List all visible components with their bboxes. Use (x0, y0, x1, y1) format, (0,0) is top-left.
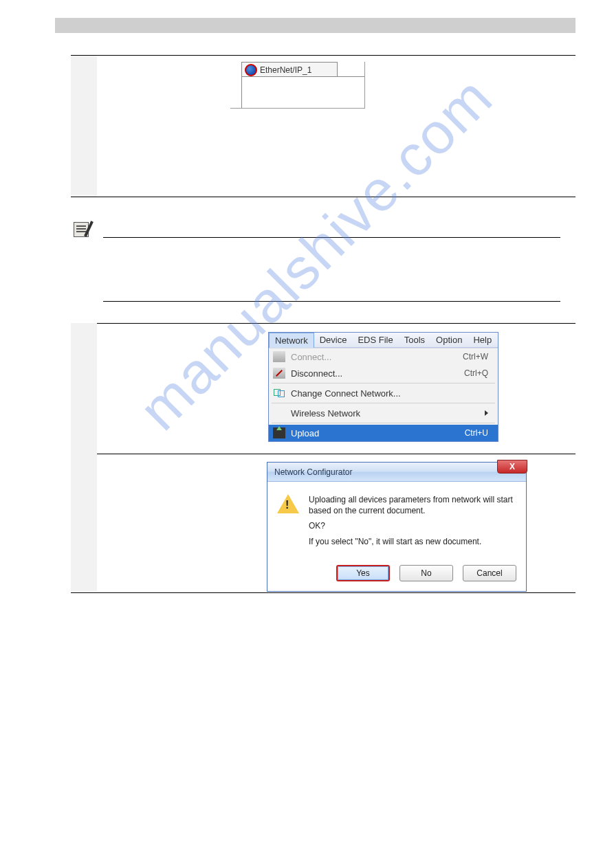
step-number-cell (71, 454, 97, 591)
page-header-bar (55, 18, 575, 33)
tab-ethernet-ip[interactable]: EtherNet/IP_1 (241, 62, 338, 77)
menu-item-wireless[interactable]: Wireless Network (269, 405, 498, 421)
upload-icon (273, 427, 285, 438)
tab-label: EtherNet/IP_1 (260, 65, 311, 75)
change-network-icon (273, 388, 285, 399)
menu-shortcut: Ctrl+W (463, 352, 492, 361)
menu-separator (272, 423, 495, 423)
dialog-line: Uploading all devices parameters from ne… (309, 494, 516, 516)
menu-shortcut: Ctrl+U (465, 428, 492, 438)
dialog-line: If you select "No", it will start as new… (309, 536, 516, 547)
dialog-line: OK? (309, 520, 516, 531)
step-number-cell (71, 323, 97, 454)
menu-label: Connect... (291, 352, 457, 362)
note-icon (74, 222, 89, 237)
dialog-network-configurator: Network Configurator X Uploading all dev… (267, 462, 527, 592)
rule (71, 323, 575, 324)
rule (103, 237, 560, 238)
dialog-message: Uploading all devices parameters from ne… (309, 494, 516, 551)
menu-item-change-network[interactable]: Change Connect Network... (269, 385, 498, 401)
rule (71, 197, 575, 197)
dialog-titlebar: Network Configurator X (267, 463, 526, 482)
rule (71, 454, 575, 454)
dialog-button-row: Yes No Cancel (267, 558, 526, 591)
menu-separator (272, 383, 495, 383)
connect-icon (273, 351, 285, 362)
tab-pane (241, 76, 364, 108)
warning-icon (277, 494, 299, 516)
yes-button[interactable]: Yes (336, 565, 390, 581)
globe-icon (245, 64, 257, 76)
spacer-icon (273, 408, 285, 419)
menu-separator (272, 403, 495, 403)
chevron-right-icon (485, 410, 488, 416)
menu-item-connect[interactable]: Connect... Ctrl+W (269, 348, 498, 365)
menu-label: Upload (291, 428, 459, 438)
menu-tools[interactable]: Tools (399, 333, 430, 347)
ethernet-tab-widget: EtherNet/IP_1 (230, 62, 365, 109)
menubar: Network Device EDS File Tools Option Hel… (269, 333, 498, 348)
menu-item-upload[interactable]: Upload Ctrl+U (269, 425, 498, 441)
cancel-button[interactable]: Cancel (463, 565, 516, 581)
step-number-cell (71, 56, 97, 197)
menu-item-disconnect[interactable]: Disconnect... Ctrl+Q (269, 365, 498, 381)
rule (103, 301, 560, 302)
close-button[interactable]: X (497, 460, 527, 474)
no-button[interactable]: No (399, 565, 453, 581)
close-icon: X (509, 462, 515, 471)
menu-eds-file[interactable]: EDS File (352, 333, 398, 347)
menu-label: Change Connect Network... (291, 388, 492, 399)
menu-shortcut: Ctrl+Q (464, 368, 492, 378)
menu-label: Wireless Network (291, 408, 479, 419)
menu-network[interactable]: Network (269, 333, 314, 348)
menu-help[interactable]: Help (468, 333, 497, 347)
menu-option[interactable]: Option (430, 333, 468, 347)
rule (71, 592, 575, 593)
menu-dropdown: Connect... Ctrl+W Disconnect... Ctrl+Q C… (269, 348, 498, 441)
menu-device[interactable]: Device (314, 333, 353, 347)
dialog-title: Network Configurator (274, 467, 352, 477)
rule (71, 55, 575, 56)
menu-widget: Network Device EDS File Tools Option Hel… (268, 332, 498, 442)
dialog-body: Uploading all devices parameters from ne… (267, 482, 526, 558)
disconnect-icon (273, 368, 285, 379)
menu-label: Disconnect... (291, 368, 459, 379)
